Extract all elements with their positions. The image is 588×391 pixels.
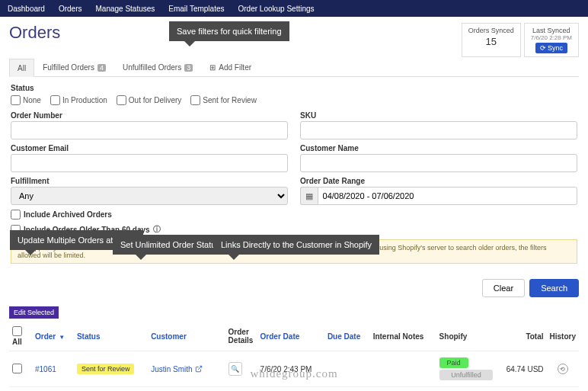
- sync-panel: Orders Synced 15 Last Synced 7/6/20 2:28…: [462, 23, 579, 57]
- tab-fulfilled[interactable]: Fulfilled Orders4: [34, 59, 114, 76]
- include-archived-check[interactable]: [11, 210, 21, 220]
- tab-fulfilled-badge: 4: [97, 64, 106, 72]
- customer-email-input[interactable]: [11, 154, 288, 172]
- callout-customer-links: Links Directly to the Customer in Shopif…: [213, 235, 379, 255]
- fulfillment-select[interactable]: Any: [11, 187, 288, 205]
- tab-add-filter-label: Add Filter: [219, 63, 251, 72]
- status-label: Status: [11, 84, 34, 92]
- col-date[interactable]: Order Date: [257, 322, 324, 351]
- calendar-icon[interactable]: ▦: [300, 187, 318, 205]
- tab-unfulfilled-badge: 3: [184, 64, 193, 72]
- customer-name-input[interactable]: [300, 154, 577, 172]
- nav-dashboard[interactable]: Dashboard: [8, 5, 45, 13]
- status-in-production[interactable]: In Production: [50, 95, 107, 105]
- help-icon[interactable]: ⓘ: [153, 224, 161, 235]
- watermark: whidegroup.com: [0, 367, 588, 380]
- order-number-label: Order Number: [11, 111, 288, 120]
- status-none-check[interactable]: [11, 95, 21, 105]
- clear-button[interactable]: Clear: [482, 279, 525, 297]
- customer-email-label: Customer Email: [11, 144, 288, 152]
- status-in-production-check[interactable]: [50, 95, 60, 105]
- status-none[interactable]: None: [11, 95, 41, 105]
- top-navbar: Dashboard Orders Manage Statuses Email T…: [0, 0, 588, 17]
- col-notes: Internal Notes: [370, 322, 436, 351]
- due-date: [324, 387, 370, 392]
- tab-unfulfilled-label: Unfulfilled Orders: [123, 63, 181, 72]
- nav-order-lookup[interactable]: Order Lookup Settings: [238, 5, 315, 13]
- include-archived-label: Include Archived Orders: [24, 210, 112, 219]
- col-customer[interactable]: Customer: [148, 322, 225, 351]
- col-order[interactable]: Order▼: [32, 322, 74, 351]
- col-details: Order Details: [225, 322, 257, 351]
- last-synced-card: Last Synced 7/6/20 2:28 PM ⟳ Sync: [524, 23, 579, 57]
- col-status[interactable]: Status: [74, 322, 148, 351]
- order-date: 7/6/20 2:42 PM: [257, 387, 324, 392]
- tab-add-filter[interactable]: ⊞Add Filter: [201, 59, 260, 76]
- sort-desc-icon: ▼: [59, 334, 65, 341]
- tab-fulfilled-label: Fulfilled Orders: [43, 63, 94, 72]
- sku-input[interactable]: [300, 121, 577, 139]
- sync-button[interactable]: ⟳ Sync: [535, 43, 568, 53]
- edit-selected-button[interactable]: Edit Selected: [9, 306, 59, 319]
- status-checks: None In Production Out for Delivery Sent…: [11, 95, 577, 105]
- nav-manage-statuses[interactable]: Manage Statuses: [95, 5, 155, 13]
- order-number-input[interactable]: [11, 121, 288, 139]
- filter-tabs: All Fulfilled Orders4 Unfulfilled Orders…: [9, 59, 579, 77]
- nav-email-templates[interactable]: Email Templates: [168, 5, 224, 13]
- date-range-label: Order Date Range: [300, 177, 577, 185]
- page-title: Orders: [9, 23, 60, 43]
- last-synced-time: 7/6/20 2:28 PM: [531, 34, 572, 41]
- customer-name-label: Customer Name: [300, 144, 577, 152]
- status-sent-for-review[interactable]: Sent for Review: [190, 95, 257, 105]
- sku-label: SKU: [300, 111, 577, 120]
- last-synced-label: Last Synced: [531, 27, 572, 34]
- internal-notes: [370, 387, 436, 392]
- col-total: Total: [496, 322, 546, 351]
- date-range-input[interactable]: [318, 187, 577, 205]
- tab-unfulfilled[interactable]: Unfulfilled Orders3: [114, 59, 201, 76]
- search-button[interactable]: Search: [529, 279, 579, 297]
- fulfillment-label: Fulfillment: [11, 177, 288, 185]
- filter-icon: ⊞: [209, 63, 216, 72]
- col-all: All: [12, 338, 22, 346]
- col-shopify: Shopify: [436, 322, 497, 351]
- tab-all[interactable]: All: [9, 59, 34, 77]
- status-out-for-delivery-check[interactable]: [117, 95, 126, 105]
- nav-orders[interactable]: Orders: [59, 5, 82, 13]
- shopify-paid-badge: Paid: [439, 357, 468, 368]
- col-due[interactable]: Due Date: [324, 322, 370, 351]
- order-total: 3.95 USD: [496, 387, 546, 392]
- status-sent-for-review-check[interactable]: [190, 95, 200, 105]
- orders-synced-count: 15: [468, 36, 514, 47]
- select-all-check[interactable]: [12, 326, 22, 336]
- orders-synced-label: Orders Synced: [468, 27, 514, 34]
- col-history: History: [547, 322, 579, 351]
- orders-synced-card: Orders Synced 15: [462, 23, 521, 57]
- status-out-for-delivery[interactable]: Out for Delivery: [117, 95, 181, 105]
- callout-save-filters: Save filters for quick filtering: [169, 21, 289, 41]
- table-row: #1060In ProductionBradley Gilbert 🔍7/6/2…: [9, 387, 579, 392]
- orders-table: All Order▼ Status Customer Order Details…: [9, 322, 579, 391]
